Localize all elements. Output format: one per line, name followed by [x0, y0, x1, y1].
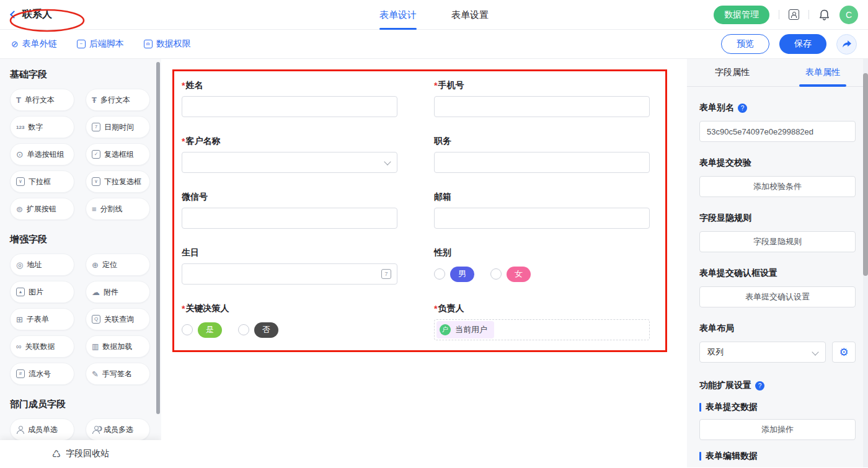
preview-button[interactable]: 预览	[721, 34, 769, 54]
field-type-locate[interactable]: ⊕定位	[86, 254, 150, 276]
field-wechat[interactable]: 微信号	[182, 192, 397, 229]
field-owner[interactable]: *负责人 户 当前用户	[434, 303, 650, 340]
add-submit-action-button[interactable]: 添加操作	[699, 419, 856, 440]
field-type-related-query[interactable]: Q关联查询	[86, 308, 150, 330]
data-manage-button[interactable]: 数据管理	[714, 6, 769, 24]
field-type-attachment[interactable]: ☁附件	[86, 281, 150, 303]
field-type-single-line-text[interactable]: T单行文本	[10, 89, 74, 111]
radio-no[interactable]	[238, 324, 249, 335]
visibility-rules-button[interactable]: 字段显隐规则	[699, 231, 856, 252]
birthday-input[interactable]	[182, 263, 397, 285]
field-type-number[interactable]: 123数字	[10, 116, 74, 138]
job-title-input[interactable]	[434, 152, 650, 173]
link-label: 表单外链	[22, 38, 57, 50]
field-type-signature[interactable]: ✎手写签名	[86, 363, 150, 385]
owner-member-box[interactable]: 户 当前用户	[434, 319, 650, 340]
data-permission-link[interactable]: ılı 数据权限	[144, 38, 191, 50]
save-button[interactable]: 保存	[779, 34, 826, 54]
field-type-image[interactable]: ▴图片	[10, 281, 74, 303]
field-type-extend-button[interactable]: ⊜扩展按钮	[10, 198, 74, 220]
field-type-dropdown[interactable]: ∨下拉框	[10, 170, 74, 193]
backend-script-link[interactable]: ~ 后端脚本	[77, 38, 124, 50]
field-type-datetime[interactable]: 7日期时间	[86, 116, 150, 138]
pill-label: 单选按钮组	[27, 149, 64, 160]
serial-number-icon: #	[16, 369, 25, 378]
subheading-label: 表单编辑数据	[706, 451, 758, 462]
panel-scrollbar-track[interactable]	[863, 59, 868, 467]
pill-label: 分割线	[100, 204, 123, 214]
tab-form-properties[interactable]: 表单属性	[777, 59, 868, 86]
field-type-member-single[interactable]: 成员单选	[10, 418, 74, 441]
blue-bar-marker	[699, 452, 701, 461]
field-type-related-data[interactable]: ∞关联数据	[10, 335, 74, 358]
email-input[interactable]	[434, 208, 650, 229]
field-type-serial-number[interactable]: #流水号	[10, 363, 74, 385]
field-type-address[interactable]: ◎地址	[10, 254, 74, 276]
subheading-label: 表单提交数据	[706, 402, 758, 413]
panel-scrollbar-thumb[interactable]	[863, 73, 868, 276]
wechat-input[interactable]	[182, 208, 397, 229]
subform-icon: ⊞	[16, 316, 23, 324]
tab-form-settings[interactable]: 表单设置	[451, 0, 489, 30]
field-type-data-load[interactable]: ▥数据加载	[86, 335, 150, 358]
tab-field-properties[interactable]: 字段属性	[687, 59, 777, 86]
radio-female[interactable]	[490, 268, 502, 280]
form-alias-heading: 表单别名 ?	[699, 102, 856, 113]
yes-option-pill[interactable]: 是	[198, 322, 222, 338]
help-icon[interactable]: ?	[755, 381, 764, 391]
field-label: 邮箱	[434, 192, 451, 203]
share-button[interactable]	[836, 34, 857, 55]
submit-confirm-button[interactable]: 表单提交确认设置	[699, 286, 856, 307]
phone-input[interactable]	[434, 96, 650, 117]
field-type-multi-line-text[interactable]: Ŧ多行文本	[86, 89, 150, 111]
pill-label: 手写签名	[102, 369, 132, 379]
tab-label: 表单设计	[379, 9, 417, 21]
form-canvas[interactable]: *姓名 *手机号 *客户名称 职务 微信号	[161, 59, 687, 467]
tab-form-design[interactable]: 表单设计	[379, 0, 417, 30]
required-asterisk: *	[434, 81, 437, 91]
field-type-divider-line[interactable]: ≡分割线	[86, 198, 150, 220]
name-input[interactable]	[182, 96, 397, 117]
user-avatar[interactable]: C	[839, 6, 858, 24]
field-birthday[interactable]: 生日 7	[182, 247, 397, 285]
help-icon[interactable]: ?	[738, 104, 747, 113]
field-recycle-bin[interactable]: ♺ 字段回收站	[0, 440, 161, 467]
sidebar-scrollbar[interactable]	[156, 62, 160, 414]
no-option-pill[interactable]: 否	[254, 322, 278, 338]
back-button[interactable]: 联系人	[10, 6, 58, 24]
field-label: 负责人	[438, 303, 464, 314]
layout-select[interactable]: 双列	[699, 342, 826, 363]
page-title: 联系人	[22, 8, 52, 21]
radio-yes[interactable]	[182, 324, 193, 335]
field-type-subform[interactable]: ⊞子表单	[10, 308, 74, 330]
customer-select[interactable]	[182, 152, 397, 173]
male-option-pill[interactable]: 男	[450, 267, 474, 282]
field-type-checkbox-group[interactable]: ✓复选框组	[86, 143, 150, 166]
link-label: 数据权限	[156, 38, 191, 50]
add-validation-button[interactable]: 添加校验条件	[699, 176, 856, 197]
field-type-member-multi[interactable]: 成员多选	[86, 418, 150, 441]
field-type-radio-group[interactable]: ⊙单选按钮组	[10, 143, 74, 166]
pill-label: 单行文本	[25, 95, 55, 105]
female-option-pill[interactable]: 女	[507, 267, 531, 282]
pen-icon: ✎	[92, 370, 99, 378]
field-palette-sidebar: 基础字段 T单行文本 Ŧ多行文本 123数字 7日期时间 ⊙单选按钮组 ✓复选框…	[0, 59, 161, 467]
field-email[interactable]: 邮箱	[434, 192, 650, 229]
bell-icon[interactable]	[818, 9, 830, 21]
layout-settings-button[interactable]: ⚙	[832, 342, 856, 363]
field-job-title[interactable]: 职务	[434, 136, 650, 173]
basic-fields-grid: T单行文本 Ŧ多行文本 123数字 7日期时间 ⊙单选按钮组 ✓复选框组 ∨下拉…	[10, 89, 150, 220]
blue-bar-marker	[699, 403, 701, 412]
field-type-multi-dropdown[interactable]: ∨下拉复选框	[86, 170, 150, 193]
contact-book-icon[interactable]	[789, 9, 799, 20]
radio-male[interactable]	[434, 268, 445, 280]
pill-label: 日期时间	[104, 122, 134, 133]
field-gender[interactable]: 性别 男 女	[434, 247, 650, 285]
field-customer[interactable]: *客户名称	[182, 136, 397, 173]
field-key-decision-maker[interactable]: *关键决策人 是 否	[182, 303, 397, 340]
current-user-tag[interactable]: 户 当前用户	[436, 321, 494, 338]
field-phone[interactable]: *手机号	[434, 80, 650, 117]
form-alias-input[interactable]	[699, 121, 856, 142]
form-external-link[interactable]: ⊘ 表单外链	[11, 38, 57, 50]
field-name[interactable]: *姓名	[182, 80, 397, 117]
